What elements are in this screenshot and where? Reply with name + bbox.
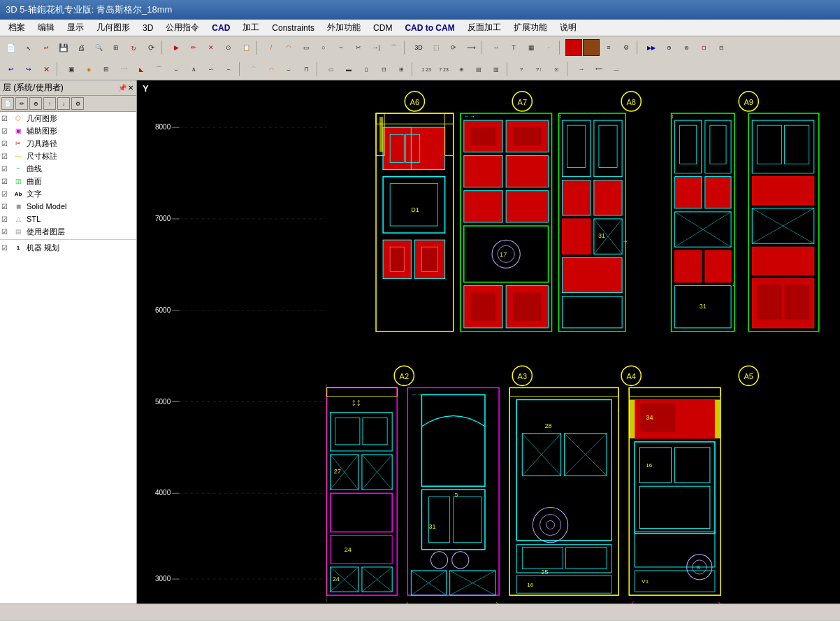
layer-item-geo[interactable]: ☑ ⬡ 几何图形	[0, 112, 136, 124]
layer-tb-up[interactable]: ↑	[43, 97, 56, 110]
tb-extend[interactable]: →|	[368, 39, 384, 56]
tb-print[interactable]: 🖨	[73, 39, 89, 56]
tb-zoom-win[interactable]: 🔍	[90, 39, 107, 56]
tb-copy[interactable]: ⊙	[220, 39, 237, 56]
tb-rect[interactable]: ▭	[298, 39, 314, 56]
tb-fillet[interactable]: ⌒	[385, 39, 402, 56]
tb-save[interactable]: 💾	[55, 39, 72, 56]
menu-档案[interactable]: 档案	[3, 20, 31, 35]
tb2-arr2[interactable]: ⟵	[591, 61, 607, 78]
layer-item-curve[interactable]: ☑ ~ 曲线	[0, 162, 136, 175]
layer-item-tool[interactable]: ☑ ✂ 刀具路径	[0, 137, 136, 150]
menu-公用指令[interactable]: 公用指令	[160, 20, 205, 35]
tb-circle[interactable]: ○	[315, 39, 332, 56]
layer-item-text[interactable]: ☑ Ab 文字	[0, 187, 136, 200]
menu-加工[interactable]: 加工	[237, 20, 265, 35]
layer-tb-copy[interactable]: ⊕	[29, 97, 42, 110]
tb-fill-red[interactable]	[565, 39, 582, 56]
tb-line[interactable]: /	[263, 39, 280, 56]
tb2-arr3[interactable]: —	[608, 61, 625, 78]
tb2-curve2[interactable]: ◠	[263, 61, 280, 78]
tb2-undo[interactable]: ↩	[3, 61, 20, 78]
tb2-n2[interactable]: 7 23	[435, 61, 452, 78]
menu-CDM[interactable]: CDM	[368, 22, 398, 34]
tb-select[interactable]: ▶	[168, 39, 184, 56]
menu-说明[interactable]: 说明	[554, 20, 582, 35]
layer-pin-icon[interactable]: 📌	[118, 84, 126, 92]
tb-paste[interactable]: 📋	[238, 39, 254, 56]
menu-外加功能[interactable]: 外加功能	[321, 20, 366, 35]
tb2-b5[interactable]: ∽	[203, 61, 219, 78]
tb2-snap1[interactable]: ▣	[63, 61, 80, 78]
tb2-b3[interactable]: ⌣	[168, 61, 184, 78]
menu-显示[interactable]: 显示	[61, 20, 89, 35]
tb-undo-arc[interactable]: ↩	[38, 39, 55, 56]
tb-fill-col[interactable]	[583, 39, 600, 56]
tb2-b1[interactable]: ◣	[133, 61, 150, 78]
menu-3D[interactable]: 3D	[137, 22, 159, 34]
tb-point[interactable]: ·	[540, 39, 557, 56]
tb2-redo[interactable]: ↪	[20, 61, 37, 78]
menu-几何图形[interactable]: 几何图形	[91, 20, 136, 35]
tb2-t5[interactable]: ⊞	[393, 61, 410, 78]
tb2-del[interactable]: ✕	[38, 61, 55, 78]
tb-3d-toggle[interactable]: 3D	[410, 39, 427, 56]
tb-text[interactable]: T	[505, 39, 522, 56]
layer-item-stl[interactable]: ☑ △ STL	[0, 213, 136, 225]
tb-trim[interactable]: ✂	[350, 39, 367, 56]
tb2-t3[interactable]: ▯	[358, 61, 375, 78]
tb2-curve1[interactable]: ⌒	[245, 61, 262, 78]
tb-dim[interactable]: ↔	[488, 39, 505, 56]
tb2-t2[interactable]: ▬	[340, 61, 357, 78]
layer-item-user[interactable]: ☑ ▤ 使用者图层	[0, 225, 136, 238]
tb2-t4[interactable]: ⊡	[375, 61, 392, 78]
tb-cam5[interactable]: ⊟	[713, 39, 730, 56]
menu-Constraints[interactable]: Constraints	[266, 22, 320, 34]
tb-cursor[interactable]: ↖	[20, 39, 37, 56]
menu-编辑[interactable]: 编辑	[32, 20, 60, 35]
menu-扩展功能[interactable]: 扩展功能	[508, 20, 553, 35]
tb-layers[interactable]: ≡	[600, 39, 617, 56]
tb2-b4[interactable]: ∧	[185, 61, 202, 78]
tb-rotate[interactable]: ↻	[125, 39, 142, 56]
layer-tb-settings[interactable]: ⚙	[71, 97, 84, 110]
tb-cam3[interactable]: ⊗	[678, 39, 695, 56]
tb-prop[interactable]: ⚙	[618, 39, 635, 56]
tb2-help2[interactable]: ?↑	[530, 61, 547, 78]
tb2-b6[interactable]: ⌢	[220, 61, 237, 78]
tb2-t1[interactable]: ▭	[323, 61, 340, 78]
tb-new[interactable]: 📄	[3, 39, 20, 56]
tb2-help3[interactable]: ⊙	[548, 61, 565, 78]
tb-cam4[interactable]: ⊡	[695, 39, 712, 56]
tb-cam1[interactable]: ▶▶	[643, 39, 660, 56]
layer-item-machine[interactable]: ☑ 1 机器 规划	[0, 241, 136, 254]
canvas-area[interactable]: Y 8000 7000 6000 5000 4000 3000 A6	[137, 80, 840, 604]
tb2-snap3[interactable]: ⊞	[98, 61, 115, 78]
tb2-snap4[interactable]: ⋯	[115, 61, 132, 78]
tb-delete[interactable]: ✕	[203, 39, 219, 56]
tb-mirror[interactable]: ⟳	[143, 39, 159, 56]
menu-CAD-to-CAM[interactable]: CAD to CAM	[399, 22, 460, 34]
tb-arc[interactable]: ◠	[280, 39, 297, 56]
tb-extrude[interactable]: ⬚	[428, 39, 444, 56]
menu-反面加工[interactable]: 反面加工	[462, 20, 507, 35]
tb2-n1[interactable]: 1 23	[418, 61, 435, 78]
tb-edit[interactable]: ✏	[185, 39, 202, 56]
tb2-n4[interactable]: ▤	[470, 61, 487, 78]
tb-sweep[interactable]: ⟿	[463, 39, 479, 56]
tb2-b2[interactable]: ⌒	[150, 61, 167, 78]
tb2-curve4[interactable]: ⊓	[298, 61, 314, 78]
layer-close-icon[interactable]: ✕	[128, 84, 133, 92]
tb2-n3[interactable]: ⊕	[453, 61, 470, 78]
layer-tb-edit[interactable]: ✏	[15, 97, 28, 110]
tb2-snap2[interactable]: ◈	[80, 61, 97, 78]
tb-spline[interactable]: ~	[333, 39, 349, 56]
tb-cam2[interactable]: ⊕	[660, 39, 677, 56]
tb2-n5[interactable]: ▥	[488, 61, 505, 78]
menu-CAD[interactable]: CAD	[206, 22, 236, 34]
tb2-arr1[interactable]: →	[573, 61, 590, 78]
layer-item-surf[interactable]: ☑ ◫ 曲面	[0, 175, 136, 187]
tb2-help1[interactable]: ?	[513, 61, 530, 78]
layer-tb-new[interactable]: 📄	[1, 97, 14, 110]
layer-item-dim[interactable]: ☑ — 尺寸标註	[0, 150, 136, 162]
